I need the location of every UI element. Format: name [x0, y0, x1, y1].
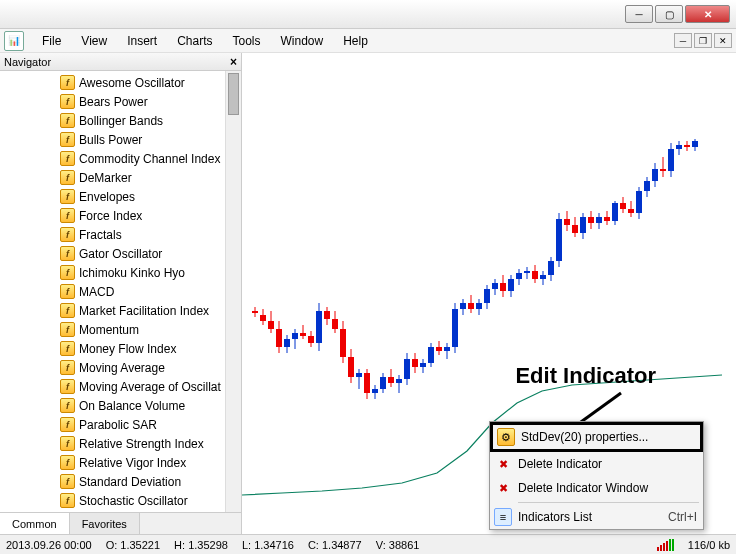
window-minimize-button[interactable]: ─: [625, 5, 653, 23]
indicator-icon: f: [60, 170, 75, 185]
navigator-scrollbar[interactable]: [225, 71, 241, 512]
indicator-label: Relative Strength Index: [79, 437, 204, 451]
indicator-item[interactable]: fCommodity Channel Index: [0, 149, 241, 168]
titlebar: ─ ▢ ✕: [0, 0, 736, 29]
status-date: 2013.09.26 00:00: [6, 539, 92, 551]
svg-rect-61: [492, 283, 498, 289]
menu-view[interactable]: View: [71, 32, 117, 50]
svg-rect-99: [644, 181, 650, 191]
indicator-icon: f: [60, 151, 75, 166]
indicator-label: Envelopes: [79, 190, 135, 204]
svg-rect-101: [652, 169, 658, 181]
ctx-properties[interactable]: ⚙ StdDev(20) properties...: [490, 422, 703, 452]
indicator-item[interactable]: fMACD: [0, 282, 241, 301]
indicator-icon: f: [60, 113, 75, 128]
svg-rect-5: [268, 321, 274, 329]
menu-help[interactable]: Help: [333, 32, 378, 50]
menu-insert[interactable]: Insert: [117, 32, 167, 50]
navigator-close-button[interactable]: ×: [230, 55, 237, 69]
indicator-item[interactable]: fBollinger Bands: [0, 111, 241, 130]
ctx-shortcut: Ctrl+I: [668, 510, 697, 524]
indicator-item[interactable]: fRelative Vigor Index: [0, 453, 241, 472]
menu-file[interactable]: File: [32, 32, 71, 50]
menubar: 📊 FileViewInsertChartsToolsWindowHelp ─ …: [0, 29, 736, 53]
svg-rect-17: [316, 311, 322, 343]
chart-area[interactable]: Edit Indicator ⚙ StdDev(20) properties..…: [242, 53, 736, 534]
indicator-icon: f: [60, 360, 75, 375]
menu-tools[interactable]: Tools: [223, 32, 271, 50]
indicator-item[interactable]: fGator Oscillator: [0, 244, 241, 263]
indicator-label: Bollinger Bands: [79, 114, 163, 128]
indicator-icon: f: [60, 265, 75, 280]
svg-rect-59: [484, 289, 490, 303]
status-net: 116/0 kb: [688, 539, 730, 551]
indicator-icon: f: [60, 322, 75, 337]
indicator-properties-icon: ⚙: [497, 428, 515, 446]
indicator-label: Money Flow Index: [79, 342, 176, 356]
mdi-minimize-button[interactable]: ─: [674, 33, 692, 48]
navigator-tree[interactable]: fAwesome OscillatorfBears PowerfBollinge…: [0, 71, 241, 512]
indicator-item[interactable]: fBulls Power: [0, 130, 241, 149]
indicator-icon: f: [60, 379, 75, 394]
ctx-indicators-list-label: Indicators List: [518, 510, 592, 524]
indicator-item[interactable]: fBears Power: [0, 92, 241, 111]
indicator-item[interactable]: fMoney Flow Index: [0, 339, 241, 358]
indicator-item[interactable]: fEnvelopes: [0, 187, 241, 206]
svg-rect-1: [252, 311, 258, 313]
indicator-item[interactable]: fRelative Strength Index: [0, 434, 241, 453]
svg-rect-41: [412, 359, 418, 367]
indicator-label: On Balance Volume: [79, 399, 185, 413]
indicator-item[interactable]: fParabolic SAR: [0, 415, 241, 434]
svg-rect-97: [636, 191, 642, 213]
svg-rect-81: [572, 225, 578, 233]
svg-rect-83: [580, 217, 586, 233]
menu-window[interactable]: Window: [271, 32, 334, 50]
indicator-label: Fractals: [79, 228, 122, 242]
indicator-icon: f: [60, 94, 75, 109]
window-maximize-button[interactable]: ▢: [655, 5, 683, 23]
svg-rect-107: [676, 145, 682, 149]
indicator-item[interactable]: fMoving Average: [0, 358, 241, 377]
connection-bars-icon: [657, 539, 674, 551]
indicator-icon: f: [60, 303, 75, 318]
svg-rect-109: [684, 145, 690, 147]
svg-rect-75: [548, 261, 554, 275]
ctx-indicators-list[interactable]: ≡ Indicators List Ctrl+I: [490, 505, 703, 529]
indicator-item[interactable]: fMarket Facilitation Index: [0, 301, 241, 320]
svg-rect-73: [540, 275, 546, 279]
indicator-icon: f: [60, 284, 75, 299]
status-low: L: 1.34716: [242, 539, 294, 551]
annotation-label: Edit Indicator: [515, 363, 656, 389]
indicator-icon: f: [60, 208, 75, 223]
tab-common[interactable]: Common: [0, 513, 70, 534]
indicator-item[interactable]: fOn Balance Volume: [0, 396, 241, 415]
indicator-item[interactable]: fFractals: [0, 225, 241, 244]
mdi-restore-button[interactable]: ❐: [694, 33, 712, 48]
indicator-item[interactable]: fStochastic Oscillator: [0, 491, 241, 510]
indicator-item[interactable]: fAwesome Oscillator: [0, 73, 241, 92]
mdi-close-button[interactable]: ✕: [714, 33, 732, 48]
indicator-icon: f: [60, 417, 75, 432]
indicator-label: Momentum: [79, 323, 139, 337]
ctx-delete-window[interactable]: ✖ Delete Indicator Window: [490, 476, 703, 500]
svg-rect-29: [364, 373, 370, 393]
indicator-item[interactable]: fStandard Deviation: [0, 472, 241, 491]
ctx-delete-indicator[interactable]: ✖ Delete Indicator: [490, 452, 703, 476]
indicator-label: Market Facilitation Index: [79, 304, 209, 318]
indicator-item[interactable]: fForce Index: [0, 206, 241, 225]
navigator-panel: Navigator × fAwesome OscillatorfBears Po…: [0, 53, 242, 534]
status-open: O: 1.35221: [106, 539, 160, 551]
indicator-item[interactable]: fIchimoku Kinko Hyo: [0, 263, 241, 282]
indicator-item[interactable]: fDeMarker: [0, 168, 241, 187]
svg-rect-35: [388, 377, 394, 383]
tab-favorites[interactable]: Favorites: [70, 513, 140, 534]
svg-rect-49: [444, 347, 450, 351]
svg-rect-31: [372, 389, 378, 393]
svg-rect-15: [308, 336, 314, 343]
ctx-properties-label: StdDev(20) properties...: [521, 430, 648, 444]
svg-rect-47: [436, 347, 442, 351]
window-close-button[interactable]: ✕: [685, 5, 730, 23]
indicator-item[interactable]: fMoving Average of Oscillat: [0, 377, 241, 396]
menu-charts[interactable]: Charts: [167, 32, 222, 50]
indicator-item[interactable]: fMomentum: [0, 320, 241, 339]
